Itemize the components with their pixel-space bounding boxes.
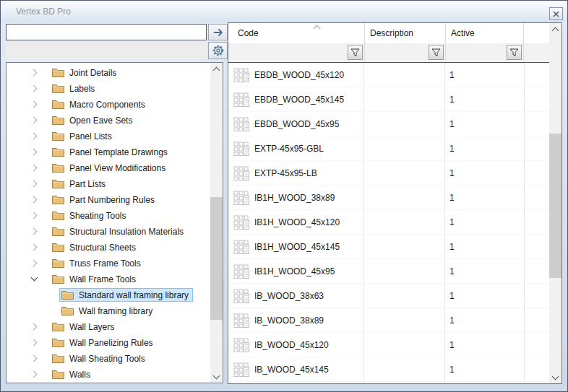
table-scroll-up-button[interactable] [549,23,561,35]
filter-cell-description[interactable] [365,43,446,62]
tree-item[interactable]: Panel Lists [7,128,210,144]
table-row[interactable]: EBDB_WOOD_45x95 1 [228,112,549,136]
table-filter-row [228,43,549,63]
tree-item[interactable]: Wall Layers [7,318,210,334]
tree-item[interactable]: Standard wall framing library [7,287,210,302]
tree-expander-chevron-icon[interactable] [30,258,38,267]
tree-item[interactable]: Joint Details [7,64,210,80]
tree-expander-chevron-icon[interactable] [30,370,38,378]
tree-item[interactable]: Macro Components [7,96,210,112]
tree-item[interactable]: Panel Template Drawings [7,144,210,160]
tree-item[interactable]: Wall framing library [7,302,210,318]
folder-icon [52,131,64,141]
tree-item[interactable]: Sheating Tools [7,207,210,223]
tree-expander-chevron-icon[interactable] [30,243,38,251]
tree-expander-chevron-icon[interactable] [30,354,38,362]
row-code: EBDB_WOOD_45x95 [254,119,339,129]
tree-scrollbar[interactable] [210,63,223,383]
table-row[interactable]: IB1H_WOOD_45x95 1 [228,259,549,284]
row-code: EBDB_WOOD_45x120 [254,70,344,80]
tree-item[interactable]: Wall Panelizing Rules [7,334,210,350]
column-header-description[interactable]: Description [365,23,446,43]
component-library-icon [233,117,249,131]
filter-button-code[interactable] [348,45,363,60]
table-row[interactable]: IB_WOOD_45x120 1 [228,333,549,357]
tree-item[interactable]: Wall Frame Tools [7,271,210,287]
row-active: 1 [449,217,455,227]
table-scroll-down-button[interactable] [549,371,561,383]
close-button[interactable] [549,7,563,20]
row-active: 1 [449,365,455,375]
table-row[interactable]: IB_WOOD_38x89 1 [228,308,549,333]
funnel-icon [350,48,360,57]
tree-expander-chevron-icon[interactable] [30,100,38,108]
filter-cell-code[interactable] [228,43,365,62]
settings-button[interactable] [208,42,228,59]
table-row[interactable]: EXTP-45x95-GBL 1 [228,136,549,161]
table-scrollbar[interactable] [549,23,561,383]
tree-expander-chevron-icon[interactable] [30,147,38,156]
column-header-active[interactable]: Active [446,23,524,43]
table-row[interactable]: EBDB_WOOD_45x145 1 [228,87,549,112]
tree-item[interactable]: Panel View Modifications [7,160,210,175]
tree-item-label: Open Eave Sets [69,115,132,126]
tree-item[interactable]: Part Lists [7,175,210,191]
tree-expander-chevron-icon[interactable] [30,131,38,140]
row-active: 1 [449,291,455,301]
tree-expander-chevron-icon[interactable] [30,116,38,124]
tree-expander-chevron-icon[interactable] [30,322,38,331]
tree-expander-chevron-icon[interactable] [30,163,38,172]
tree-expander-chevron-icon[interactable] [30,195,38,204]
tree-item[interactable]: Labels [7,80,210,96]
filter-button-active[interactable] [507,45,522,60]
component-library-icon [233,264,249,279]
titlebar[interactable]: Vertex BD Pro [1,1,567,22]
tree-item-label: Sheating Tools [69,210,126,221]
tree-expander-chevron-icon[interactable] [30,84,38,92]
tree-scroll-up-button[interactable] [210,63,223,75]
tree-expander-chevron-icon[interactable] [30,211,38,219]
tree-item[interactable]: Open Eave Sets [7,112,210,128]
row-active: 1 [449,168,455,178]
search-input[interactable] [6,24,207,40]
folder-icon [52,258,64,268]
table-row[interactable]: IB1H_WOOD_38x89 1 [228,186,549,210]
folder-icon [52,227,64,236]
folder-icon [52,163,64,173]
tree-item[interactable]: Truss Frame Tools [7,255,210,271]
component-library-icon [233,289,249,303]
row-code: IB_WOOD_38x89 [254,315,324,326]
tree-item[interactable]: Structural Sheets [7,239,210,255]
filter-button-description[interactable] [429,45,444,60]
tree-expander-chevron-icon[interactable] [30,274,38,283]
table-row[interactable]: IB1H_WOOD_45x145 1 [228,235,549,259]
table-row[interactable]: IB_WOOD_38x63 1 [228,284,549,308]
search-go-button[interactable] [208,24,228,40]
tree-item[interactable]: Structural Insulation Materials [7,223,210,239]
tree-expander-chevron-icon[interactable] [30,68,38,77]
tree-item[interactable]: Wall Sheating Tools [7,350,210,366]
tree-scroll-down-button[interactable] [210,370,223,383]
tree-expander-chevron-icon[interactable] [30,227,38,235]
tree-expander-chevron-icon[interactable] [30,179,38,188]
tree-item-label: Walls [69,369,90,380]
tree-item[interactable]: Walls [7,366,210,382]
tree-item-label: Structural Sheets [69,242,136,253]
tree-item[interactable]: Part Numbering Rules [7,191,210,207]
tree-item-label: Wall Panelizing Rules [69,337,153,348]
tree-scrollbar-thumb[interactable] [210,197,223,320]
table-row[interactable]: EBDB_WOOD_45x120 1 [228,63,549,87]
tree-expander-chevron-icon[interactable] [30,338,38,347]
table-scrollbar-thumb[interactable] [549,134,561,278]
table-row[interactable]: EXTP-45x95-LB 1 [228,161,549,186]
folder-icon [52,179,64,188]
filter-cell-active[interactable] [446,43,524,62]
folder-icon [52,211,64,220]
folder-icon [52,338,64,347]
table-row[interactable]: IB1H_WOOD_45x120 1 [228,210,549,235]
column-header-filler [524,23,549,43]
column-header-code[interactable]: Code [228,23,365,43]
window-title: Vertex BD Pro [16,6,71,17]
table-row[interactable]: IB_WOOD_45x145 1 [228,357,549,382]
folder-icon [61,290,74,300]
